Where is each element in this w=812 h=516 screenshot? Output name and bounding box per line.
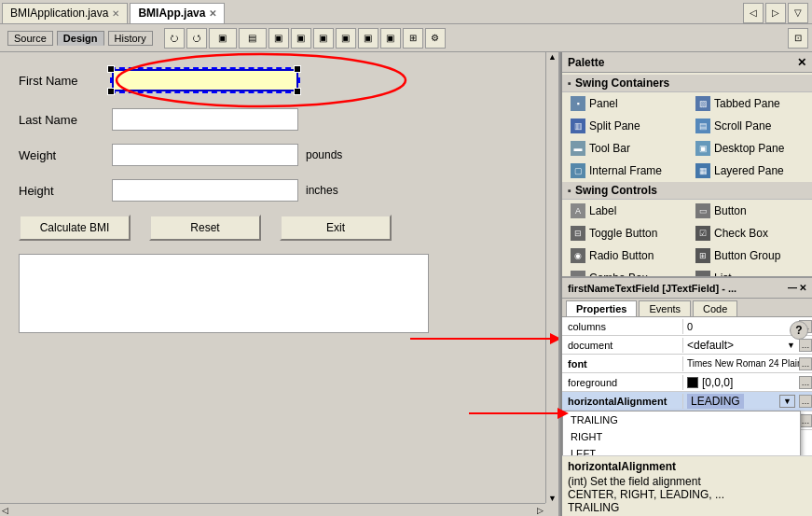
help-button[interactable]: ?: [790, 321, 808, 340]
props-value-font[interactable]: Times New Roman 24 Plain: [683, 356, 799, 370]
desktop-pane-label: Desktop Pane: [714, 142, 784, 155]
palette-item-check-box[interactable]: ☑ Check Box: [687, 222, 812, 244]
document-dropdown-arrow[interactable]: ▼: [787, 341, 795, 350]
toolbar-btn-10[interactable]: ▣: [380, 28, 401, 49]
firstname-input[interactable]: [112, 69, 298, 91]
props-ellipsis-text[interactable]: …: [799, 414, 812, 427]
internal-frame-icon: ▢: [571, 163, 585, 178]
maximize-btn[interactable]: ⊡: [788, 28, 808, 49]
props-ellipsis-font[interactable]: …: [799, 357, 812, 370]
tab-bar: BMIApplication.java ✕ BMIApp.java ✕ ◁ ▷ …: [0, 0, 812, 24]
dropdown-option-trailing[interactable]: TRAILING: [563, 411, 800, 428]
toolbar-btn-settings[interactable]: ⚙: [425, 28, 446, 49]
tab-bmiapp[interactable]: BMIApp.java ✕: [130, 3, 225, 23]
tab-bmiapp-label: BMIApp.java: [138, 7, 205, 20]
height-input[interactable]: [112, 179, 298, 202]
palette-item-tabbed-pane[interactable]: ▨ Tabbed Pane: [687, 92, 812, 115]
dropdown-option-right[interactable]: RIGHT: [563, 428, 800, 445]
palette-item-split-pane[interactable]: ▥ Split Pane: [562, 115, 687, 137]
properties-title: firstNameTextField [JTextField] - ...: [568, 283, 736, 294]
toolbar-btn-7[interactable]: ▣: [313, 28, 334, 49]
toolbar-btn-5[interactable]: ▣: [268, 28, 289, 49]
palette-item-toggle-button[interactable]: ⊟ Toggle Button: [562, 222, 687, 244]
palette-item-radio-button[interactable]: ◉ Radio Button: [562, 244, 687, 267]
form-canvas: First Name Last Name Weight: [0, 52, 558, 472]
layered-pane-label: Layered Pane: [714, 164, 784, 177]
palette-item-layered-pane[interactable]: ▦ Layered Pane: [687, 160, 812, 182]
props-ellipsis-document[interactable]: …: [799, 339, 812, 352]
swing-controls-header[interactable]: Swing Controls: [562, 182, 812, 200]
props-desc-text: CENTER, RIGHT, LEADING, ...: [568, 488, 806, 501]
palette-item-button-group[interactable]: ⊞ Button Group: [687, 244, 812, 267]
props-value-columns[interactable]: 0: [683, 319, 799, 334]
vscroll-up[interactable]: ▲: [546, 52, 558, 62]
props-tab-events[interactable]: Events: [639, 300, 691, 316]
props-tab-properties[interactable]: Properties: [566, 300, 637, 316]
palette-item-button[interactable]: ▭ Button: [687, 200, 812, 222]
palette-content: Swing Containers ▪ Panel ▨ Tabbed Pane ▥…: [562, 73, 812, 276]
swing-containers-header[interactable]: Swing Containers: [562, 75, 812, 92]
split-pane-label: Split Pane: [589, 119, 640, 132]
palette-item-desktop-pane[interactable]: ▣ Desktop Pane: [687, 137, 812, 160]
props-value-horizontal-alignment[interactable]: LEADING ▼: [683, 392, 799, 411]
props-ellipsis-horizontal-alignment[interactable]: …: [799, 395, 812, 408]
palette-item-list[interactable]: ≡ List: [687, 267, 812, 276]
scroll-pane-icon: ▤: [695, 119, 710, 133]
source-tab[interactable]: Source: [7, 31, 53, 46]
palette-item-tool-bar[interactable]: ▬ Tool Bar: [562, 137, 687, 160]
horizontal-alignment-dropdown[interactable]: ▼: [779, 395, 795, 408]
props-value-document[interactable]: <default> ▼: [683, 337, 799, 354]
output-textarea[interactable]: [19, 254, 429, 333]
editor-vscroll[interactable]: ▲ ▼: [545, 52, 558, 503]
vscroll-down[interactable]: ▼: [546, 494, 558, 503]
tab-bmiapplication-close[interactable]: ✕: [112, 8, 119, 19]
toolbar-btn-2[interactable]: ⭯: [186, 28, 207, 49]
editor-hscroll[interactable]: ◁ ▷: [0, 503, 545, 516]
design-tab[interactable]: Design: [57, 31, 104, 46]
dropdown-option-left[interactable]: LEFT: [563, 445, 800, 455]
scroll-left-btn[interactable]: ◁: [743, 3, 764, 23]
palette-item-panel[interactable]: ▪ Panel: [562, 92, 687, 115]
button-icon: ▭: [695, 203, 710, 218]
firstname-label: First Name: [19, 74, 112, 88]
toolbar-btn-3[interactable]: ▣: [209, 28, 237, 49]
toolbar-btn-link[interactable]: ⊞: [403, 28, 423, 49]
dropdown-pane-btn[interactable]: ▽: [788, 3, 808, 23]
props-value-foreground[interactable]: [0,0,0]: [683, 374, 799, 391]
history-tab[interactable]: History: [108, 31, 153, 46]
palette-section: Palette ✕ Swing Containers ▪ Panel ▨ Tab…: [562, 52, 812, 278]
toolbar-btn-1[interactable]: ⭮: [164, 28, 185, 49]
palette-item-combo-box[interactable]: ▾ Combo Box: [562, 267, 687, 276]
toolbar-btn-8[interactable]: ▣: [336, 28, 356, 49]
tab-bmiapp-close[interactable]: ✕: [209, 8, 216, 19]
toolbar-btn-9[interactable]: ▣: [358, 28, 378, 49]
tab-bmiapplication[interactable]: BMIApplication.java ✕: [2, 3, 128, 23]
radio-button-label: Radio Button: [589, 249, 654, 262]
props-tab-code[interactable]: Code: [693, 300, 737, 316]
props-close[interactable]: ✕: [799, 283, 806, 293]
props-minimize[interactable]: —: [788, 283, 797, 293]
weight-input[interactable]: [112, 144, 298, 166]
exit-button[interactable]: Exit: [280, 215, 392, 241]
scroll-right-btn[interactable]: ▷: [765, 3, 786, 23]
palette-item-label[interactable]: A Label: [562, 200, 687, 222]
horizontal-alignment-dropdown-menu[interactable]: TRAILING RIGHT LEFT LEADING CENTER: [562, 411, 801, 455]
horizontal-alignment-value: LEADING: [687, 394, 744, 409]
palette-close[interactable]: ✕: [797, 56, 806, 69]
properties-description: horizontalAlignment (int) Set the field …: [562, 455, 812, 516]
toolbar-btn-6[interactable]: ▣: [291, 28, 311, 49]
combo-box-label: Combo Box: [589, 272, 648, 276]
hscroll-right[interactable]: ▷: [535, 506, 545, 515]
weight-suffix: pounds: [306, 148, 342, 161]
hscroll-left[interactable]: ◁: [0, 506, 10, 515]
props-key-horizontal-alignment: horizontalAlignment: [562, 394, 683, 409]
props-ellipsis-foreground[interactable]: …: [799, 376, 812, 389]
foreground-value-text: [0,0,0]: [702, 376, 733, 389]
toolbar-btn-4[interactable]: ▤: [239, 28, 267, 49]
palette-item-internal-frame[interactable]: ▢ Internal Frame: [562, 160, 687, 182]
palette-item-scroll-pane[interactable]: ▤ Scroll Pane: [687, 115, 812, 137]
form-row-firstname: First Name: [19, 69, 540, 91]
reset-button[interactable]: Reset: [149, 215, 261, 241]
calculate-bmi-button[interactable]: Calculate BMI: [19, 215, 131, 241]
lastname-input[interactable]: [112, 108, 298, 131]
